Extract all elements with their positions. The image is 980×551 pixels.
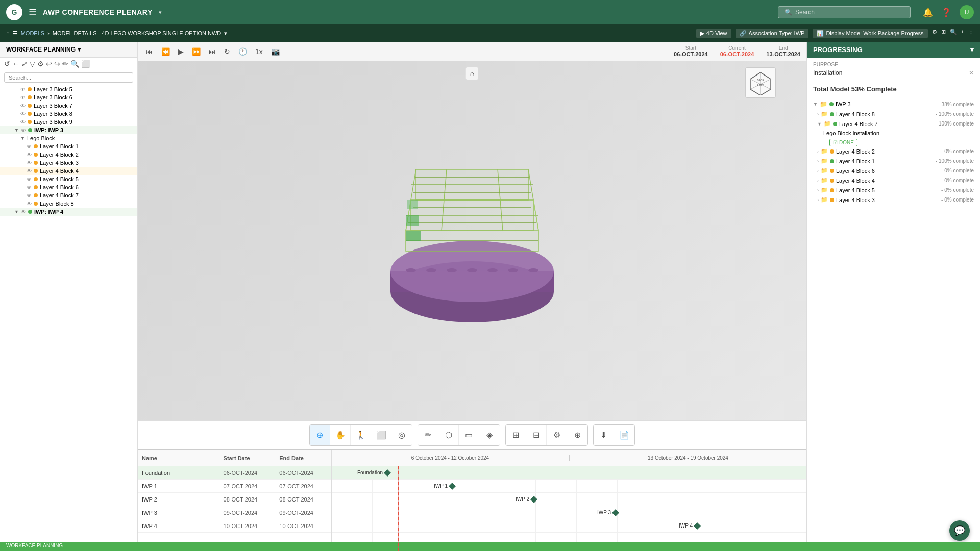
step-forward-button[interactable]: ⏩ [190,46,203,57]
export-button[interactable]: 📄 [614,425,634,445]
redo-icon[interactable]: ↪ [54,60,60,68]
list-item[interactable]: ▼ Lego Block [0,134,137,142]
sidebar-dropdown-icon[interactable]: ▾ [78,46,81,53]
select-tool-button[interactable]: ⊕ [310,425,330,445]
iwp-item[interactable]: › 📁 Layer 4 Block 8 - 100% complete [807,109,980,119]
visibility-icon[interactable]: 👁 [27,144,32,149]
list-item[interactable]: 👁 Layer Block 8 [0,199,137,208]
close-purpose-icon[interactable]: ✕ [969,69,974,77]
list-item[interactable]: 👁 Layer 3 Block 7 [0,102,137,110]
visibility-icon[interactable]: 👁 [20,95,26,101]
user-avatar[interactable]: U [960,5,974,19]
list-item[interactable]: 👁 Layer 4 Block 5 [0,175,137,183]
rect-tool-button[interactable]: ▭ [459,425,479,445]
iwp-item[interactable]: › 📁 Layer 4 Block 1 - 100% complete [807,156,980,166]
visibility-icon[interactable]: 👁 [21,128,26,133]
visibility-icon[interactable]: 👁 [20,103,26,109]
undo-icon[interactable]: ↩ [46,60,52,68]
right-panel-dropdown-icon[interactable]: ▾ [970,46,974,54]
iwp-item[interactable]: › 📁 Layer 4 Block 5 - 0% complete [807,185,980,195]
collapse-icon[interactable]: ▼ [14,209,19,214]
clock-button[interactable]: 🕐 [236,46,249,57]
visibility-icon[interactable]: 👁 [27,185,32,190]
visibility-icon[interactable]: 👁 [27,160,32,166]
breadcrumb-models[interactable]: MODELS [21,30,44,36]
loop-button[interactable]: ↻ [222,46,232,57]
play-start-button[interactable]: ⏮ [144,46,155,57]
expand-icon[interactable]: › [817,178,819,183]
play-button[interactable]: ▶ [176,46,186,57]
iwp-item[interactable]: › 📁 Layer 4 Block 3 - 0% complete [807,195,980,205]
visibility-icon[interactable]: 👁 [20,111,26,117]
iwp-item[interactable]: › 📁 Layer 4 Block 4 - 0% complete [807,176,980,185]
visibility-icon[interactable]: 👁 [27,193,32,198]
polygon-tool-button[interactable]: ⬡ [438,425,459,445]
refresh-icon[interactable]: ↺ [4,60,10,68]
chip-association[interactable]: 🔗 Association Type: IWP [736,29,809,38]
back-icon[interactable]: ← [12,60,19,68]
expand-icon[interactable]: › [817,112,819,117]
camera-button[interactable]: 📷 [269,46,282,57]
list-item[interactable]: ▼ 👁 IWP: IWP 4 [0,208,137,216]
download-button[interactable]: ⬇ [594,425,614,445]
expand-icon[interactable]: › [817,197,819,203]
list-item[interactable]: 👁 Layer 3 Block 5 [0,85,137,93]
visibility-icon[interactable]: 👁 [21,209,26,215]
list-item[interactable]: 👁 Layer 4 Block 7 [0,191,137,199]
select-icon[interactable]: ⬜ [81,60,90,68]
fit-tool-button[interactable]: ⬜ [371,425,391,445]
list-item[interactable]: 👁 Layer 3 Block 9 [0,118,137,126]
grid-view-button[interactable]: ⊞ [506,425,526,445]
list-item[interactable]: 👁 Layer 4 Block 6 [0,183,137,191]
home-icon[interactable]: ⌂ [6,30,10,36]
list-item[interactable]: 👁 Layer 4 Block 3 [0,159,137,167]
iwp-item[interactable]: ▼ 📁 IWP 3 - 38% complete [807,99,980,109]
visibility-icon[interactable]: 👁 [27,152,32,158]
visibility-icon[interactable]: 👁 [20,119,26,125]
list-item[interactable]: 👁 Layer 4 Block 1 [0,142,137,151]
menu-button[interactable]: ☰ [29,7,37,18]
chip-display-mode[interactable]: 📊 Display Mode: Work Package Progress [813,29,927,38]
search-bar[interactable]: 🔍 [778,6,911,18]
iwp-item[interactable]: Lego Block Installation [807,129,980,138]
collapse-icon[interactable]: ▼ [20,136,25,141]
list-item[interactable]: 👁 Layer 4 Block 4 [0,167,137,175]
filter-icon[interactable]: ▽ [30,60,35,68]
iwp-item[interactable]: › 📁 Layer 4 Block 6 - 0% complete [807,166,980,176]
list-item[interactable]: 👁 Layer 3 Block 8 [0,110,137,118]
sidebar-search-input[interactable] [4,72,133,83]
zoom-icon[interactable]: 🔍 [70,60,79,68]
box-tool-button[interactable]: ◈ [479,425,500,445]
list-item[interactable]: 👁 Layer 3 Block 6 [0,93,137,102]
iwp-item[interactable]: ▼ 📁 Layer 4 Block 7 - 100% complete [807,119,980,129]
visibility-icon[interactable]: 👁 [27,201,32,207]
play-end-button[interactable]: ⏭ [207,46,218,57]
pencil-tool-button[interactable]: ✏ [418,425,438,445]
visibility-icon[interactable]: 👁 [20,87,26,92]
walk-tool-button[interactable]: 🚶 [351,425,371,445]
dropdown-arrow-icon[interactable]: ▾ [159,9,162,16]
expand-icon[interactable]: ▼ [817,121,822,127]
3d-viewport[interactable]: BACK LEFT ⌂ [138,61,806,420]
collapse-icon[interactable]: ▼ [14,128,19,133]
list-item[interactable]: 👁 Layer 4 Block 2 [0,151,137,159]
expand-icon[interactable]: › [817,149,819,154]
chat-button[interactable]: 💬 [949,520,970,541]
options-icon[interactable]: ⋮ [968,29,974,38]
settings-view-button[interactable]: ⚙ [547,425,567,445]
chip-4d-view[interactable]: ▶ 4D View [696,29,731,38]
expand-icon[interactable]: ▼ [813,102,818,107]
expand-icon[interactable]: › [817,168,819,173]
visibility-icon[interactable]: 👁 [27,177,32,182]
visibility-icon[interactable]: 👁 [27,168,32,174]
settings-icon[interactable]: ⚙ [932,29,937,38]
help-icon[interactable]: ❓ [941,8,951,17]
list-item[interactable]: ▼ 👁 IWP: IWP 3 [0,126,137,134]
notification-icon[interactable]: 🔔 [923,8,933,17]
home-button[interactable]: ⌂ [466,67,478,80]
search-input[interactable] [795,9,904,16]
orientation-cube[interactable]: BACK LEFT [745,67,776,98]
more-view-button[interactable]: ⊕ [567,425,587,445]
speed-button[interactable]: 1x [253,46,265,57]
grid-icon[interactable]: ⊞ [941,29,946,38]
